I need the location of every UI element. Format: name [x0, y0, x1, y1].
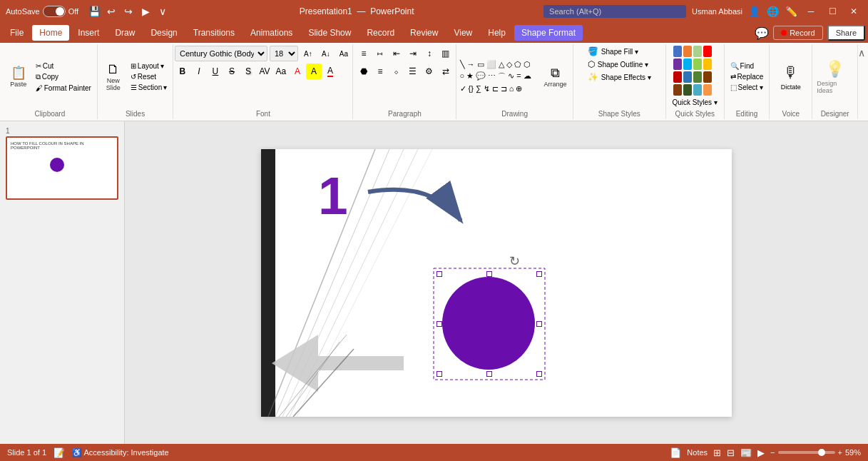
- autosave-control[interactable]: AutoSave Off: [6, 6, 78, 17]
- decrease-font-button[interactable]: A↓: [318, 46, 334, 61]
- menu-review[interactable]: Review: [403, 25, 445, 41]
- share-button[interactable]: Share: [827, 25, 865, 41]
- copy-button[interactable]: ⧉ Copy: [33, 71, 94, 83]
- underline-button[interactable]: U: [208, 64, 223, 79]
- handle-top-right[interactable]: [536, 271, 542, 277]
- font-size-select[interactable]: 18: [270, 46, 298, 61]
- shape-hex[interactable]: ⬡: [523, 59, 531, 70]
- arrange-button[interactable]: ⧉ Arrange: [541, 64, 571, 90]
- select-button[interactable]: ⬚ Select ▾: [728, 83, 766, 92]
- line-spacing-button[interactable]: ↕: [422, 46, 437, 61]
- more-icon[interactable]: ∨: [155, 4, 170, 19]
- quick-style-swatch[interactable]: [693, 46, 702, 57]
- convert-button[interactable]: ⇄: [438, 64, 454, 79]
- new-slide-button[interactable]: 🗋 NewSlide: [101, 61, 126, 93]
- fontcolor-button[interactable]: A: [290, 64, 305, 79]
- record-button[interactable]: Record: [773, 26, 822, 40]
- menu-help[interactable]: Help: [481, 25, 513, 41]
- align-center-button[interactable]: ≡: [372, 64, 388, 79]
- notes-panel-icon[interactable]: 📝: [53, 447, 65, 458]
- replace-button[interactable]: ⇄ Replace: [728, 72, 766, 81]
- quick-style-swatch[interactable]: [703, 46, 712, 57]
- dictate-button[interactable]: 🎙 Dictate: [781, 64, 801, 91]
- quick-style-swatch[interactable]: [673, 46, 682, 57]
- shape-more[interactable]: ⋯: [487, 71, 496, 83]
- reset-button[interactable]: ↺ Reset: [128, 71, 170, 82]
- shape-rect[interactable]: ▭: [476, 59, 485, 70]
- shape-curlyarrow[interactable]: ↯: [483, 83, 491, 94]
- shape-star[interactable]: ★: [466, 71, 474, 83]
- comment-icon[interactable]: 💬: [755, 26, 769, 40]
- save-icon[interactable]: 💾: [87, 4, 101, 19]
- shape-callout[interactable]: 💬: [475, 71, 486, 83]
- find-button[interactable]: 🔍 Find: [728, 61, 766, 71]
- quick-styles-button[interactable]: Quick Styles ▾: [670, 97, 720, 108]
- quick-style-swatch[interactable]: [673, 84, 682, 96]
- menu-slideshow[interactable]: Slide Show: [301, 25, 358, 41]
- shape-penta[interactable]: ⬠: [514, 59, 522, 70]
- presenter-view-icon[interactable]: ▶: [757, 447, 765, 458]
- charspace-button[interactable]: AV: [257, 64, 272, 79]
- notes-button[interactable]: 📄: [670, 447, 681, 458]
- increase-font-button[interactable]: A↑: [300, 46, 316, 61]
- redo-icon[interactable]: ↪: [121, 4, 136, 19]
- layout-button[interactable]: ⊞ Layout ▾: [128, 61, 170, 71]
- slide-thumbnail[interactable]: HOW TO FILL COLOUR IN SHAPE IN POWERPOIN…: [6, 136, 118, 200]
- handle-middle-left[interactable]: [436, 321, 442, 327]
- quick-style-swatch[interactable]: [693, 71, 702, 83]
- slide-sorter-icon[interactable]: ⊟: [727, 447, 735, 458]
- shape-tri[interactable]: △: [498, 59, 505, 70]
- accessibility-label[interactable]: ♿ Accessibility: Investigate: [72, 448, 169, 457]
- edge-icon[interactable]: 🌐: [765, 4, 780, 19]
- shape-misc2[interactable]: ⊐: [500, 83, 508, 94]
- textcase-button[interactable]: Aa: [273, 64, 289, 79]
- minimize-button[interactable]: ─: [802, 3, 820, 20]
- bullet-list-button[interactable]: ≡: [356, 46, 372, 61]
- shape-cloud[interactable]: ☁: [523, 71, 532, 83]
- shape-diamond[interactable]: ◇: [506, 59, 513, 70]
- shape-line[interactable]: ╲: [459, 59, 466, 70]
- columns-button[interactable]: ▥: [438, 46, 454, 61]
- zoom-out-icon[interactable]: −: [770, 448, 775, 457]
- shape-eq[interactable]: =: [516, 71, 521, 83]
- quick-style-swatch[interactable]: [683, 84, 692, 96]
- menu-shape-format[interactable]: Shape Format: [514, 25, 583, 41]
- shape-freeform[interactable]: ∿: [507, 71, 515, 83]
- close-button[interactable]: ✕: [845, 3, 862, 20]
- handle-bottom-middle[interactable]: [486, 371, 492, 377]
- maximize-button[interactable]: ☐: [824, 3, 841, 20]
- shape-fill-button[interactable]: 🪣 Shape Fill ▾: [586, 46, 653, 57]
- fontcolor2-button[interactable]: A: [322, 64, 338, 79]
- handle-middle-right[interactable]: [536, 321, 542, 327]
- format-painter-button[interactable]: 🖌 Format Painter: [33, 83, 94, 93]
- shape-check[interactable]: ✓: [459, 83, 467, 94]
- shape-effects-button[interactable]: ✨ Shape Effects ▾: [586, 71, 653, 83]
- pen-icon[interactable]: ✏️: [784, 4, 798, 19]
- menu-animations[interactable]: Animations: [243, 25, 300, 41]
- cut-button[interactable]: ✂ Cut: [33, 61, 94, 71]
- paste-button[interactable]: 📋 Paste: [6, 64, 31, 90]
- shadow-button[interactable]: S: [240, 64, 256, 79]
- align-left-button[interactable]: ⬣: [356, 64, 372, 79]
- autosave-toggle[interactable]: [43, 6, 66, 17]
- section-button[interactable]: ☰ Section ▾: [128, 82, 170, 93]
- font-family-select[interactable]: Century Gothic (Body): [175, 46, 267, 61]
- shape-misc4[interactable]: ⊕: [515, 83, 523, 94]
- strikethrough-button[interactable]: S: [224, 64, 240, 79]
- menu-view[interactable]: View: [446, 25, 479, 41]
- menu-insert[interactable]: Insert: [71, 25, 106, 41]
- shape-container[interactable]: [439, 274, 539, 374]
- quick-style-swatch[interactable]: [703, 84, 712, 96]
- quick-style-swatch[interactable]: [703, 59, 712, 70]
- ribbon-collapse-button[interactable]: ∧: [858, 44, 865, 59]
- outdent-button[interactable]: ⇤: [389, 46, 404, 61]
- zoom-in-icon[interactable]: +: [838, 448, 842, 457]
- menu-home[interactable]: Home: [32, 25, 69, 41]
- quick-style-swatch[interactable]: [673, 59, 682, 70]
- user-avatar[interactable]: 👤: [747, 4, 761, 19]
- clear-format-button[interactable]: Aa: [336, 46, 352, 61]
- design-ideas-button[interactable]: 💡 Design Ideas: [817, 60, 853, 94]
- rotate-handle[interactable]: ↻: [509, 253, 520, 269]
- zoom-slider[interactable]: [778, 451, 835, 454]
- shape-outline-button[interactable]: ⬡ Shape Outline ▾: [586, 59, 653, 70]
